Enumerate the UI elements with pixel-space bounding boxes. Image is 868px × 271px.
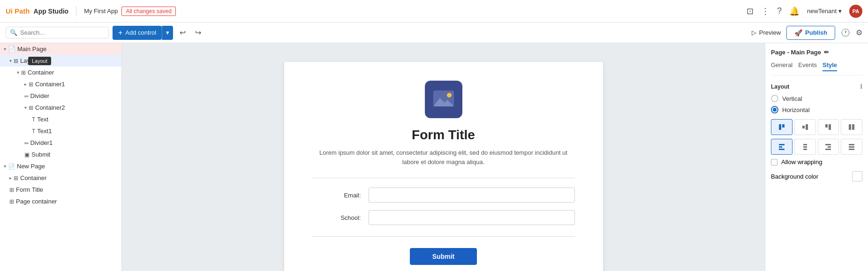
form-title-label: Form Title [16,186,43,193]
logo-path: Path [15,7,30,15]
align-tl-icon [778,123,785,131]
align-l-icon [778,143,785,151]
notifications-icon[interactable]: 🔔 [789,6,800,16]
align-stretch-btn[interactable] [841,119,862,135]
radio-horizontal-circle[interactable] [771,106,778,113]
toolbar: 🔍 + Add control ▾ ↩ ↪ ▷ Preview 🚀 Publis… [0,23,868,43]
main-page-chevron[interactable]: ▾ [4,46,6,52]
layout-label: Layout [20,57,38,64]
container1-label: Container1 [35,81,65,88]
sidebar-item-container-np[interactable]: ▸ ⊞ Container [0,172,121,184]
search-box[interactable]: 🔍 [6,27,109,38]
tenant-selector[interactable]: newTenant ▾ [807,8,842,15]
sidebar-item-main-page[interactable]: ▾ 📄 Main Page [0,43,121,55]
main-layout: ▾ 📄 Main Page ▾ ⊞ Layout Layout ▾ ⊞ Cont… [0,43,868,271]
school-input[interactable] [369,210,575,225]
new-page-label: New Page [17,163,45,170]
form-field-school: School: [312,210,575,225]
preview-button[interactable]: ▷ Preview [752,29,781,36]
play-icon: ▷ [752,29,756,36]
sidebar-item-new-page[interactable]: ▾ 📄 New Page [0,160,121,172]
search-icon: 🔍 [10,29,17,36]
panel-tabs: General Events Style [771,61,862,75]
allow-wrapping-checkbox[interactable] [771,159,777,166]
submit-label: Submit [31,151,50,158]
align-top-left-btn[interactable] [771,119,793,135]
text-label: Text [37,116,48,123]
sidebar-item-form-title[interactable]: ⊞ Form Title [0,184,121,196]
form-desc-text: Lorem ipsum dolor sit amet, consectetur … [312,148,575,166]
user-avatar[interactable]: PA [849,5,862,18]
container-np-chevron[interactable]: ▸ [9,175,12,181]
svg-rect-22 [849,149,854,150]
radio-vertical[interactable]: Vertical [771,95,862,102]
align-grid-h [771,119,862,135]
form-top-divider [312,178,575,178]
align-justify-btn[interactable] [841,139,862,155]
edit-icon[interactable]: ✏ [824,49,829,56]
sidebar-item-divider1[interactable]: ═ Divider1 [0,137,121,149]
align-left-btn[interactable] [771,139,793,155]
add-control-button[interactable]: + Add control [113,26,162,40]
container-chevron[interactable]: ▾ [17,70,19,75]
sidebar-item-container2[interactable]: ▾ ⊞ Container2 [0,102,121,113]
panel-title-text: Page - Main Page [771,49,821,56]
sidebar-item-divider[interactable]: ═ Divider [0,90,121,102]
sidebar-item-layout[interactable]: ▾ ⊞ Layout Layout [0,55,121,67]
help-icon[interactable]: ? [777,6,782,16]
tab-style[interactable]: Style [823,61,837,71]
align-center-h-btn[interactable] [794,119,816,135]
rocket-icon: 🚀 [794,29,802,37]
history-icon[interactable]: 🕐 [841,28,850,37]
email-input[interactable] [369,188,575,203]
feedback-icon[interactable]: ⊡ [747,6,754,16]
toolbar-right: ▷ Preview 🚀 Publish 🕐 ⚙ [752,26,862,40]
container-np-label: Container [20,174,46,181]
new-page-chevron[interactable]: ▾ [4,164,6,169]
container1-chevron[interactable]: ▸ [24,82,27,87]
container1-icon: ⊞ [29,81,33,88]
settings-icon[interactable]: ⚙ [856,28,862,37]
svg-rect-17 [825,144,831,145]
sidebar-item-container[interactable]: ▾ ⊞ Container [0,67,121,78]
sidebar-item-text1[interactable]: T Text1 [0,125,121,137]
radio-vertical-label: Vertical [782,95,802,102]
align-bottom-btn[interactable] [818,119,839,135]
layout-info-icon[interactable]: ℹ [860,83,862,90]
tab-events[interactable]: Events [798,61,817,71]
publish-button[interactable]: 🚀 Publish [786,26,835,40]
submit-button[interactable]: Submit [410,248,477,265]
new-page-icon: 📄 [8,163,15,170]
sidebar-item-submit[interactable]: ▣ Submit [0,149,121,160]
panel-title: Page - Main Page ✏ [771,49,862,56]
svg-rect-11 [779,144,785,145]
more-options-icon[interactable]: ⋮ [761,6,770,16]
form-title-icon: ⊞ [9,187,14,193]
align-ch-icon [801,123,809,131]
sidebar-item-text[interactable]: T Text [0,113,121,125]
align-center-v-btn[interactable] [794,139,816,155]
search-input[interactable] [20,29,105,36]
svg-rect-19 [825,149,831,150]
layout-chevron[interactable]: ▾ [9,58,12,63]
divider1-label: Divider1 [30,139,53,146]
undo-button[interactable]: ↩ [177,26,189,39]
main-page-label: Main Page [17,45,46,53]
radio-horizontal[interactable]: Horizontal [771,106,862,113]
container-np-icon: ⊞ [14,175,18,181]
container-label: Container [28,69,54,76]
redo-button[interactable]: ↪ [192,26,204,39]
container2-label: Container2 [35,104,65,111]
allow-wrapping-row[interactable]: Allow wrapping [771,158,862,166]
form-image [425,81,462,118]
tab-general[interactable]: General [771,61,793,71]
container-icon: ⊞ [21,69,26,76]
container2-chevron[interactable]: ▾ [24,105,27,110]
form-submit-row: Submit [312,236,575,265]
sidebar-item-container1[interactable]: ▸ ⊞ Container1 [0,78,121,90]
add-control-dropdown-button[interactable]: ▾ [162,26,173,40]
sidebar-item-page-container[interactable]: ⊞ Page container [0,196,121,207]
align-right-btn[interactable] [818,139,839,155]
background-color-swatch[interactable] [852,171,862,181]
radio-vertical-circle[interactable] [771,95,778,102]
